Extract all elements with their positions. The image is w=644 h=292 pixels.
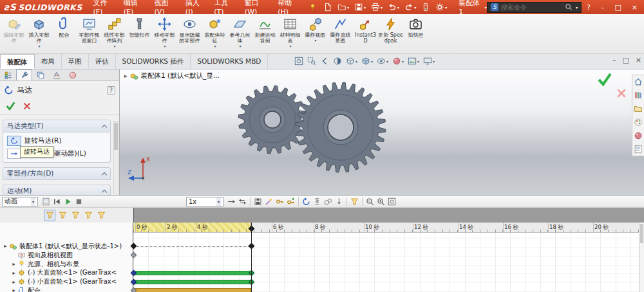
motion-tool-button[interactable] <box>237 197 248 206</box>
commandmanager-tab[interactable]: 布局 <box>35 54 62 69</box>
manager-tab[interactable] <box>16 69 32 80</box>
timeline-grid[interactable] <box>133 233 639 292</box>
quick-access-button[interactable]: ▾ <box>321 1 335 13</box>
group-header-motion[interactable]: 运动(M) <box>3 185 111 195</box>
ribbon-button[interactable]: 零部件预览窗口 ▾ <box>77 15 102 51</box>
large-gear[interactable] <box>296 82 386 172</box>
commandmanager-tab[interactable]: SOLIDWORKS 插件 <box>116 54 191 69</box>
motion-tool-button[interactable] <box>323 197 334 206</box>
pm-cancel-button[interactable] <box>23 102 32 111</box>
timeline-bar-gold[interactable] <box>134 288 252 292</box>
heads-up-button[interactable]: ▾ <box>360 56 374 66</box>
timeline-tree-row[interactable]: ▸(-) 大直齿轮<1> (GearTrax< <box>0 268 133 277</box>
minimize-button[interactable]: – <box>596 2 610 13</box>
ribbon-button[interactable]: 爆炸视图 ▾ <box>303 15 328 51</box>
motion-tool-button[interactable] <box>349 197 360 206</box>
manager-tab[interactable] <box>64 69 80 80</box>
close-button[interactable]: × <box>627 2 643 13</box>
expand-arrow-icon[interactable]: ▸ <box>10 279 17 285</box>
timeline-tree-row[interactable]: ▸装配体1 (默认<默认_显示状态-1>) <box>0 242 133 251</box>
motion-tool-button[interactable] <box>375 197 386 206</box>
commandmanager-tab[interactable]: SOLIDWORKS MBD <box>191 54 268 69</box>
motion-tool-button[interactable] <box>41 197 52 206</box>
motion-tool-button[interactable] <box>52 197 62 206</box>
design-library-icon[interactable] <box>634 91 643 100</box>
expand-arrow-icon[interactable]: ▸ <box>2 243 9 249</box>
motion-filter-button[interactable] <box>57 210 68 221</box>
motion-tool-button[interactable] <box>73 197 84 206</box>
ribbon-button[interactable]: 显示隐藏的零部件 ▾ <box>177 15 202 51</box>
heads-up-button[interactable]: ▾ <box>406 56 421 66</box>
motion-tool-button[interactable] <box>226 197 237 206</box>
quick-access-button[interactable]: ▾ <box>335 1 352 13</box>
ribbon-button[interactable]: 配合 ▾ <box>52 15 77 51</box>
quick-access-button[interactable]: ▾ <box>368 1 385 13</box>
doc-restore-button[interactable]: □ <box>622 56 629 64</box>
motion-tool-button[interactable] <box>285 197 296 206</box>
expand-arrow-icon[interactable]: ▸ <box>10 287 17 292</box>
motion-tool-button[interactable] <box>250 197 251 206</box>
pin-icon[interactable] <box>308 3 317 12</box>
motion-tool-button[interactable] <box>274 197 285 206</box>
heads-up-button[interactable]: ▾ <box>391 56 405 66</box>
ribbon-button[interactable]: 线性零部件阵列 ▾ <box>102 15 127 51</box>
timebar[interactable] <box>251 223 252 292</box>
heads-up-button[interactable]: ▾ <box>375 56 390 66</box>
heads-up-button[interactable]: ▾ <box>319 56 330 66</box>
ribbon-button[interactable]: 拍快照 ▾ <box>403 15 428 51</box>
heads-up-button[interactable]: ▾ <box>332 56 343 66</box>
timeline-tree-row[interactable]: ▸光源、相机与布景 <box>0 260 133 269</box>
ribbon-button[interactable]: 爆炸直线草图 ▾ <box>328 15 353 51</box>
ribbon-button[interactable]: 插入零部件 ▾ <box>26 15 52 51</box>
motion-tool-button[interactable] <box>298 197 299 206</box>
motion-tool-button[interactable] <box>334 197 345 206</box>
sw-resources-icon[interactable] <box>634 77 643 86</box>
custom-properties-icon[interactable] <box>634 145 643 154</box>
pm-help-button[interactable]: ? <box>107 86 115 95</box>
ribbon-button[interactable]: 材料明细表 ▾ <box>278 15 303 51</box>
motion-tool-button[interactable] <box>365 197 375 206</box>
doc-close-button[interactable]: × <box>636 56 641 64</box>
ribbon-button[interactable]: 新建运动算例 ▾ <box>252 15 278 51</box>
timeline-tree-row[interactable]: 视向及相机视图 <box>0 251 133 260</box>
commandmanager-tab[interactable]: 装配体 <box>0 54 35 69</box>
heads-up-button[interactable]: ▾ <box>345 56 359 66</box>
pm-scrollbar[interactable] <box>113 121 118 194</box>
motion-filter-button[interactable] <box>44 210 55 221</box>
timeline-bar-green[interactable] <box>134 280 252 284</box>
motion-filter-button[interactable] <box>95 210 107 221</box>
ribbon-button[interactable]: 移动零部件 ▾ <box>152 15 177 51</box>
heads-up-button[interactable]: ▾ <box>293 56 305 66</box>
motion-tool-button[interactable] <box>62 197 73 206</box>
search-input[interactable] <box>501 4 562 11</box>
view-palette-icon[interactable] <box>634 118 643 127</box>
quick-access-button[interactable]: ▾ <box>433 1 450 13</box>
motion-tool-button[interactable] <box>362 197 363 206</box>
quick-access-button[interactable]: ▾ <box>402 1 419 13</box>
command-search[interactable]: S ▾ <box>487 2 582 13</box>
confirm-ok-button[interactable] <box>596 71 613 87</box>
motion-tool-button[interactable] <box>312 197 323 206</box>
motion-study-type-select[interactable]: 动画▾ <box>2 197 38 206</box>
graphics-area[interactable]: ▸ 装配体1 (默认<默认_显... X Z <box>120 69 644 195</box>
manager-tab[interactable] <box>48 69 64 80</box>
ribbon-button[interactable]: Instant3D ▾ <box>353 15 378 51</box>
pm-ok-button[interactable] <box>5 100 16 111</box>
ribbon-button[interactable]: 参考几何体 ▾ <box>227 15 252 51</box>
small-gear[interactable] <box>238 86 307 154</box>
motor-type-option[interactable]: 旋转马达(R) <box>6 134 108 147</box>
timeline-scrollbar[interactable] <box>639 223 644 292</box>
quick-access-button[interactable]: ▾ <box>385 1 402 13</box>
timeline-tree-row[interactable]: ▸(-) 小直齿轮<1> (GearTrax< <box>0 277 133 286</box>
motion-tool-button[interactable] <box>263 197 274 206</box>
group-header-component-direction[interactable]: 零部件/方向(D) <box>3 167 111 180</box>
ribbon-button[interactable]: 智能扣件 ▾ <box>127 15 152 51</box>
playback-speed-select[interactable]: 1x▾ <box>186 197 223 206</box>
motion-filter-button[interactable] <box>82 210 94 221</box>
timeline-tree-row[interactable]: ▸配合 <box>0 286 133 292</box>
heads-up-button[interactable]: ▾ <box>306 56 317 66</box>
motion-tool-button[interactable] <box>346 197 347 206</box>
feature-tree-flyout[interactable]: ▸ 装配体1 (默认<默认_显... <box>124 71 220 80</box>
manager-tab[interactable] <box>32 69 48 80</box>
help-button[interactable]: ? <box>582 2 596 13</box>
